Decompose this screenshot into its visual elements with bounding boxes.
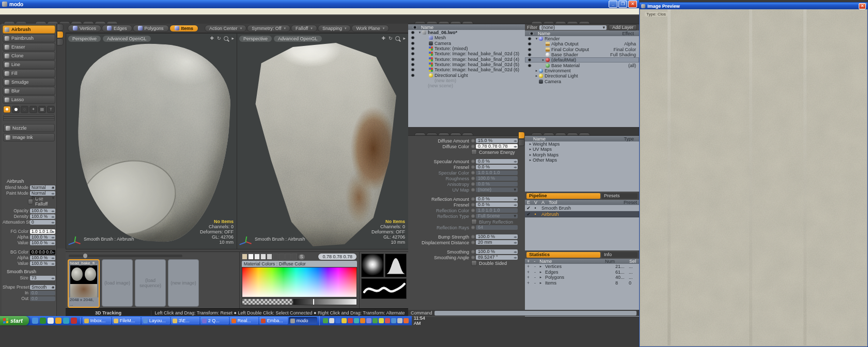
tool-property-field[interactable]: 100.0 %◂▸ — [30, 209, 55, 213]
taskbar-task-button[interactable]: 3\E... — [171, 317, 199, 324]
enabled-check-icon[interactable]: ✔ — [525, 212, 532, 217]
quick-launch-icon[interactable] — [55, 318, 61, 324]
vertical-tab[interactable] — [57, 31, 64, 38]
tool-property-field[interactable]: Smooth◂▸ — [30, 285, 55, 290]
image-preview-titlebar[interactable]: Image Preview ✕ — [640, 3, 867, 9]
brush-extra-button[interactable]: Nozzle — [3, 124, 55, 132]
taskbar-task-button[interactable]: Inbox... — [83, 317, 111, 324]
expander-icon[interactable]: ▸ — [538, 264, 543, 269]
quick-launch-icon[interactable] — [32, 318, 38, 324]
toolbar-dropdown[interactable]: Snapping▾ — [318, 25, 351, 32]
statistics-title[interactable]: Statistics — [526, 252, 600, 258]
channel-dot-button[interactable] — [471, 197, 475, 201]
effect-column-header[interactable]: Effect — [622, 31, 637, 36]
quick-launch-icon[interactable] — [71, 318, 77, 324]
taskbar-task-button[interactable]: FileM... — [112, 317, 141, 324]
color-swatch[interactable] — [291, 254, 297, 260]
tab[interactable] — [555, 133, 566, 135]
tool-property-field[interactable]: 0.0 0.0 0.0◂▸ — [30, 250, 55, 255]
tool-property-field[interactable]: Normal Proj ...◂▸ — [30, 191, 55, 196]
stone-model-left[interactable] — [72, 40, 234, 245]
start-button[interactable]: start — [0, 316, 29, 325]
tool-property-field[interactable]: 0◂▸ — [30, 220, 55, 225]
property-field[interactable]: 0.0 %◂▸ — [476, 159, 518, 164]
info-button[interactable]: Info — [601, 252, 638, 258]
visible-dot-icon[interactable]: • — [532, 212, 538, 217]
type-column-header[interactable]: Type — [624, 136, 637, 141]
tab[interactable] — [438, 21, 450, 24]
viewport-mode-pill[interactable]: Perspective — [68, 36, 101, 42]
expand-plus-icon[interactable]: + — [525, 280, 532, 286]
visibility-eye-icon[interactable] — [411, 63, 415, 66]
airbrush-section-header[interactable]: Airbrush — [7, 179, 54, 184]
pan-icon[interactable]: ✚ — [210, 36, 214, 41]
item-row[interactable]: (new item) — [408, 78, 525, 83]
tray-icon[interactable] — [397, 318, 402, 323]
modo-titlebar[interactable]: modo _ ❐ ✕ — [0, 0, 639, 8]
property-checkbox[interactable] — [471, 219, 477, 225]
statistics-row[interactable]: + - ▸ Polygons 40... ... — [525, 275, 639, 280]
item-row[interactable]: Mesh — [408, 35, 525, 40]
property-field[interactable]: 0.0 %◂▸ — [476, 202, 518, 207]
tab[interactable] — [579, 133, 590, 135]
property-field[interactable]: 100.0 %◂▸ — [476, 249, 518, 254]
tool-property-field[interactable]: 73◂▸ — [30, 276, 55, 280]
visibility-eye-icon[interactable] — [411, 68, 415, 71]
collapse-minus-icon[interactable]: - — [532, 270, 538, 275]
expander-icon[interactable]: ▸ — [541, 58, 546, 62]
taskbar-task-button[interactable]: Layou... — [142, 317, 170, 324]
channel-dot-button[interactable] — [471, 160, 475, 163]
presets-button[interactable]: Presets — [601, 193, 638, 199]
viewport-mode-pill[interactable]: Perspective — [239, 36, 272, 42]
paint-tool-button[interactable]: Blur — [3, 87, 55, 95]
viewport-renderer-pill[interactable]: Advanced OpenGL — [274, 36, 322, 42]
pipeline-tool-row[interactable]: ✔ • Airbrush — [525, 211, 639, 217]
vertical-tab[interactable] — [518, 132, 525, 139]
image-preview-close-button[interactable]: ✕ — [859, 3, 866, 9]
vertex-map-row[interactable]: ▸ UV Maps — [525, 147, 639, 152]
paint-tool-button[interactable]: Paintbrush — [3, 34, 55, 42]
image-tile[interactable]: (load sequence) — [135, 259, 166, 307]
property-field[interactable]: 0.0 %◂▸ — [476, 197, 518, 201]
channel-dot-button[interactable] — [471, 214, 475, 218]
collapse-minus-icon[interactable]: - — [532, 275, 538, 280]
visible-dot-icon[interactable]: • — [532, 206, 538, 211]
texture-image[interactable]: Type: Clos — [641, 9, 866, 345]
tab[interactable] — [567, 21, 578, 24]
vertical-tab[interactable] — [57, 38, 64, 45]
paint-tool-button[interactable]: Smudge — [3, 78, 55, 86]
shader-layer-row[interactable]: ▸ Environment — [525, 68, 639, 73]
tray-icon[interactable] — [385, 318, 390, 323]
expand-plus-icon[interactable]: + — [525, 270, 532, 275]
tool-property-field[interactable]: 100.0 %◂▸ — [30, 261, 55, 266]
tab[interactable] — [450, 21, 461, 24]
vertical-tab[interactable] — [57, 24, 64, 31]
toolbar-dropdown[interactable]: Symmetry: Off▾ — [247, 25, 290, 32]
expander-icon[interactable]: ▸ — [534, 69, 539, 73]
command-input[interactable] — [435, 311, 637, 316]
tray-icon[interactable] — [323, 318, 328, 323]
viewport-menu-icon[interactable]: ▸ — [403, 36, 406, 41]
tab[interactable] — [543, 21, 554, 24]
item-row[interactable]: Directional Light — [408, 72, 525, 77]
image-tile[interactable]: (load image) — [102, 259, 133, 307]
filter-dropdown[interactable]: (none) — [539, 25, 607, 30]
selection-mode-button[interactable]: Edges — [102, 25, 132, 32]
quick-launch-icon[interactable] — [40, 318, 46, 324]
smooth-brush-section-header[interactable]: Smooth Brush — [7, 269, 54, 274]
brush-tip-airbrush[interactable] — [3, 106, 11, 113]
toolbar-dropdown[interactable]: Falloff▾ — [291, 25, 317, 32]
zoom-icon[interactable] — [395, 36, 400, 41]
expand-plus-icon[interactable]: + — [525, 264, 532, 269]
item-row[interactable]: Texture: Image: head_bake_final_02d (3) — [408, 51, 525, 56]
brush-extra-button[interactable]: Image Ink — [3, 133, 55, 141]
property-field[interactable]: (none)◂▸ — [476, 187, 518, 192]
shader-layer-row[interactable]: Alpha Output Alpha — [525, 41, 639, 46]
toolbar-dropdown[interactable]: Work Plane▾ — [351, 25, 389, 32]
viewport-menu-icon[interactable]: ▸ — [231, 36, 234, 41]
channel-dot-button[interactable] — [471, 139, 475, 143]
zoom-icon[interactable] — [224, 36, 228, 41]
paint-tool-button[interactable]: Fill — [3, 69, 55, 77]
tab[interactable] — [555, 21, 566, 24]
expander-icon[interactable]: ▸ — [528, 153, 533, 157]
